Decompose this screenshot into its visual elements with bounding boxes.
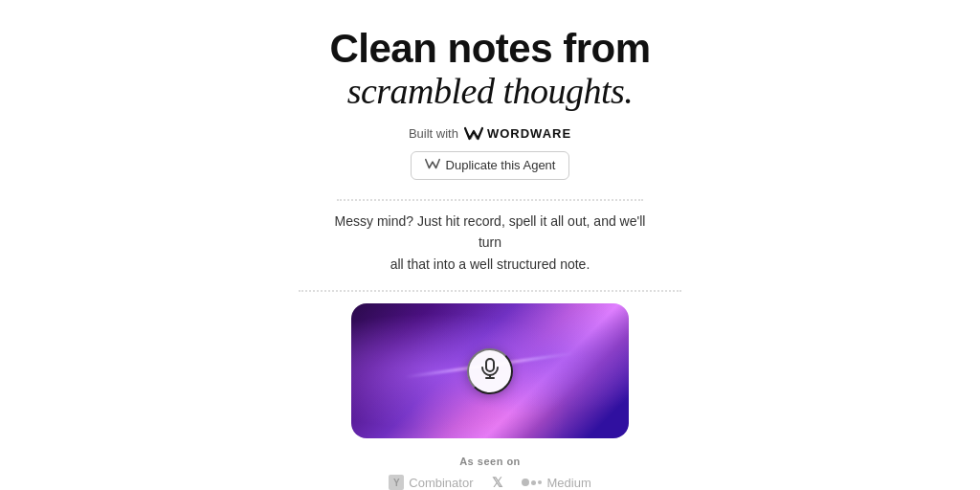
duplicate-agent-button[interactable]: Duplicate this Agent xyxy=(411,151,570,180)
x-logo: 𝕏 xyxy=(492,475,502,490)
ycombinator-icon: Y xyxy=(389,475,404,490)
hero-title-block: Clean notes from scrambled thoughts. xyxy=(329,27,650,113)
mic-button[interactable] xyxy=(467,348,513,394)
hero-description: Messy mind? Just hit record, spell it al… xyxy=(327,211,653,275)
medium-label: Medium xyxy=(546,476,590,490)
ycombinator-label: Combinator xyxy=(409,476,473,490)
wordware-icon xyxy=(464,126,483,142)
medium-icon xyxy=(522,479,542,486)
built-with-label: Built with xyxy=(409,126,458,141)
brand-name-label: WORDWARE xyxy=(487,126,571,141)
svg-rect-0 xyxy=(486,359,494,371)
duplicate-icon xyxy=(425,158,440,173)
as-seen-on-label: As seen on xyxy=(459,456,521,467)
media-card xyxy=(351,303,629,438)
wordware-logo[interactable]: WORDWARE xyxy=(464,126,571,142)
divider-middle xyxy=(299,290,681,292)
ycombinator-logo: Y Combinator xyxy=(389,475,473,490)
logos-row: Y Combinator 𝕏 Medium xyxy=(389,475,590,490)
microphone-icon xyxy=(480,358,500,384)
built-with-row: Built with WORDWARE xyxy=(409,126,571,142)
duplicate-btn-label: Duplicate this Agent xyxy=(446,158,556,172)
medium-logo: Medium xyxy=(522,476,590,490)
divider-top xyxy=(337,199,643,201)
x-icon: 𝕏 xyxy=(492,475,502,490)
title-line1: Clean notes from xyxy=(329,27,650,71)
title-line2: scrambled thoughts. xyxy=(329,71,650,113)
